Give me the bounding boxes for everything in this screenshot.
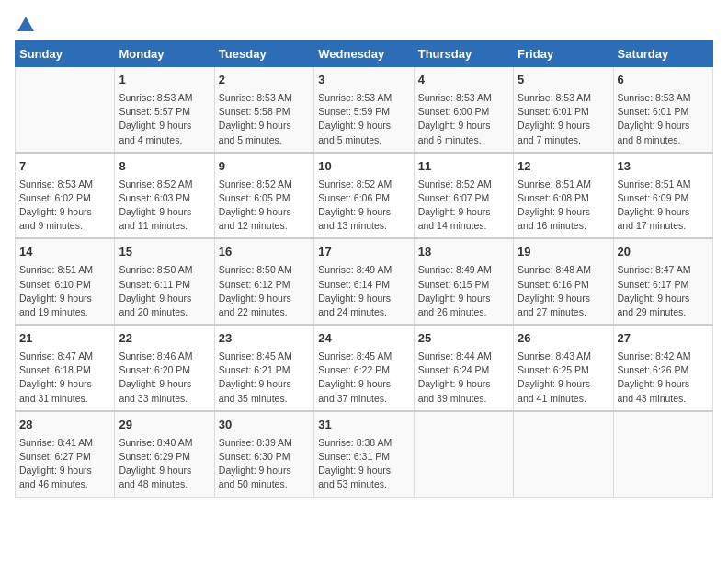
- day-info: Sunrise: 8:53 AMSunset: 6:01 PMDaylight:…: [518, 91, 609, 147]
- calendar-cell: 15Sunrise: 8:50 AMSunset: 6:11 PMDayligh…: [115, 238, 214, 325]
- column-header-friday: Friday: [514, 41, 613, 67]
- day-info: Sunrise: 8:45 AMSunset: 6:22 PMDaylight:…: [318, 350, 409, 406]
- day-number: 11: [418, 158, 509, 176]
- day-info: Sunrise: 8:46 AMSunset: 6:20 PMDaylight:…: [119, 350, 210, 406]
- day-info: Sunrise: 8:39 AMSunset: 6:30 PMDaylight:…: [219, 436, 310, 492]
- calendar-cell: 3Sunrise: 8:53 AMSunset: 5:59 PMDaylight…: [314, 67, 414, 153]
- day-info: Sunrise: 8:47 AMSunset: 6:17 PMDaylight:…: [618, 263, 709, 319]
- calendar-table: SundayMondayTuesdayWednesdayThursdayFrid…: [15, 40, 713, 498]
- day-number: 1: [119, 72, 210, 89]
- column-header-saturday: Saturday: [613, 41, 712, 67]
- day-number: 17: [318, 244, 409, 261]
- day-info: Sunrise: 8:53 AMSunset: 6:01 PMDaylight:…: [618, 91, 709, 147]
- day-number: 26: [518, 330, 609, 348]
- calendar-cell: 9Sunrise: 8:52 AMSunset: 6:05 PMDaylight…: [214, 153, 313, 239]
- day-number: 18: [418, 244, 509, 261]
- header: [15, 15, 713, 31]
- logo: [15, 15, 37, 31]
- day-info: Sunrise: 8:52 AMSunset: 6:05 PMDaylight:…: [219, 178, 310, 234]
- calendar-cell: [514, 411, 613, 497]
- day-info: Sunrise: 8:40 AMSunset: 6:29 PMDaylight:…: [119, 436, 210, 492]
- calendar-cell: 21Sunrise: 8:47 AMSunset: 6:18 PMDayligh…: [16, 325, 115, 411]
- svg-marker-0: [17, 17, 34, 31]
- calendar-cell: 28Sunrise: 8:41 AMSunset: 6:27 PMDayligh…: [16, 411, 115, 497]
- day-number: 2: [219, 72, 310, 89]
- day-number: 7: [19, 158, 110, 176]
- day-number: 10: [318, 158, 409, 176]
- week-row-4: 21Sunrise: 8:47 AMSunset: 6:18 PMDayligh…: [16, 325, 713, 411]
- calendar-cell: 24Sunrise: 8:45 AMSunset: 6:22 PMDayligh…: [314, 325, 414, 411]
- day-info: Sunrise: 8:49 AMSunset: 6:14 PMDaylight:…: [318, 263, 409, 319]
- day-info: Sunrise: 8:53 AMSunset: 5:59 PMDaylight:…: [318, 91, 409, 147]
- calendar-cell: 2Sunrise: 8:53 AMSunset: 5:58 PMDaylight…: [214, 67, 313, 153]
- day-number: 12: [518, 158, 609, 176]
- calendar-cell: 16Sunrise: 8:50 AMSunset: 6:12 PMDayligh…: [214, 238, 313, 325]
- day-number: 3: [318, 72, 409, 89]
- calendar-cell: 19Sunrise: 8:48 AMSunset: 6:16 PMDayligh…: [514, 238, 613, 325]
- calendar-cell: 26Sunrise: 8:43 AMSunset: 6:25 PMDayligh…: [514, 325, 613, 411]
- calendar-cell: 22Sunrise: 8:46 AMSunset: 6:20 PMDayligh…: [115, 325, 214, 411]
- day-info: Sunrise: 8:43 AMSunset: 6:25 PMDaylight:…: [518, 350, 609, 406]
- week-row-5: 28Sunrise: 8:41 AMSunset: 6:27 PMDayligh…: [16, 411, 713, 497]
- calendar-cell: 4Sunrise: 8:53 AMSunset: 6:00 PMDaylight…: [414, 67, 513, 153]
- week-row-2: 7Sunrise: 8:53 AMSunset: 6:02 PMDaylight…: [16, 153, 713, 239]
- day-info: Sunrise: 8:49 AMSunset: 6:15 PMDaylight:…: [418, 263, 509, 319]
- column-header-wednesday: Wednesday: [314, 41, 414, 67]
- calendar-cell: 23Sunrise: 8:45 AMSunset: 6:21 PMDayligh…: [214, 325, 313, 411]
- calendar-cell: 5Sunrise: 8:53 AMSunset: 6:01 PMDaylight…: [514, 67, 613, 153]
- day-number: 13: [618, 158, 709, 176]
- day-number: 4: [418, 72, 509, 89]
- calendar-cell: 27Sunrise: 8:42 AMSunset: 6:26 PMDayligh…: [613, 325, 712, 411]
- day-info: Sunrise: 8:52 AMSunset: 6:06 PMDaylight:…: [318, 178, 409, 234]
- calendar-cell: [414, 411, 513, 497]
- calendar-cell: 30Sunrise: 8:39 AMSunset: 6:30 PMDayligh…: [214, 411, 313, 497]
- calendar-cell: [613, 411, 712, 497]
- day-number: 23: [219, 330, 310, 348]
- day-info: Sunrise: 8:48 AMSunset: 6:16 PMDaylight:…: [518, 263, 609, 319]
- calendar-cell: 17Sunrise: 8:49 AMSunset: 6:14 PMDayligh…: [314, 238, 414, 325]
- day-number: 22: [119, 330, 210, 348]
- day-number: 30: [219, 417, 310, 434]
- day-number: 14: [19, 244, 110, 261]
- calendar-cell: 7Sunrise: 8:53 AMSunset: 6:02 PMDaylight…: [16, 153, 115, 239]
- calendar-cell: 1Sunrise: 8:53 AMSunset: 5:57 PMDaylight…: [115, 67, 214, 153]
- calendar-cell: [16, 67, 115, 153]
- day-number: 9: [219, 158, 310, 176]
- column-header-tuesday: Tuesday: [214, 41, 313, 67]
- week-row-3: 14Sunrise: 8:51 AMSunset: 6:10 PMDayligh…: [16, 238, 713, 325]
- calendar-cell: 10Sunrise: 8:52 AMSunset: 6:06 PMDayligh…: [314, 153, 414, 239]
- day-info: Sunrise: 8:53 AMSunset: 5:57 PMDaylight:…: [119, 91, 210, 147]
- calendar-cell: 13Sunrise: 8:51 AMSunset: 6:09 PMDayligh…: [613, 153, 712, 239]
- day-info: Sunrise: 8:53 AMSunset: 6:00 PMDaylight:…: [418, 91, 509, 147]
- calendar-cell: 11Sunrise: 8:52 AMSunset: 6:07 PMDayligh…: [414, 153, 513, 239]
- day-info: Sunrise: 8:41 AMSunset: 6:27 PMDaylight:…: [19, 436, 110, 492]
- calendar-cell: 8Sunrise: 8:52 AMSunset: 6:03 PMDaylight…: [115, 153, 214, 239]
- day-number: 27: [618, 330, 709, 348]
- day-info: Sunrise: 8:42 AMSunset: 6:26 PMDaylight:…: [618, 350, 709, 406]
- calendar-cell: 18Sunrise: 8:49 AMSunset: 6:15 PMDayligh…: [414, 238, 513, 325]
- calendar-cell: 20Sunrise: 8:47 AMSunset: 6:17 PMDayligh…: [613, 238, 712, 325]
- day-info: Sunrise: 8:52 AMSunset: 6:03 PMDaylight:…: [119, 178, 210, 234]
- day-info: Sunrise: 8:50 AMSunset: 6:12 PMDaylight:…: [219, 263, 310, 319]
- day-info: Sunrise: 8:44 AMSunset: 6:24 PMDaylight:…: [418, 350, 509, 406]
- day-info: Sunrise: 8:51 AMSunset: 6:09 PMDaylight:…: [618, 178, 709, 234]
- day-number: 24: [318, 330, 409, 348]
- calendar-cell: 12Sunrise: 8:51 AMSunset: 6:08 PMDayligh…: [514, 153, 613, 239]
- day-info: Sunrise: 8:45 AMSunset: 6:21 PMDaylight:…: [219, 350, 310, 406]
- day-number: 31: [318, 417, 409, 434]
- column-header-sunday: Sunday: [16, 41, 115, 67]
- calendar-cell: 6Sunrise: 8:53 AMSunset: 6:01 PMDaylight…: [613, 67, 712, 153]
- column-header-thursday: Thursday: [414, 41, 513, 67]
- day-number: 19: [518, 244, 609, 261]
- day-number: 6: [618, 72, 709, 89]
- day-number: 29: [119, 417, 210, 434]
- header-row: SundayMondayTuesdayWednesdayThursdayFrid…: [16, 41, 713, 67]
- logo-icon: [16, 15, 36, 35]
- calendar-cell: 29Sunrise: 8:40 AMSunset: 6:29 PMDayligh…: [115, 411, 214, 497]
- calendar-cell: 31Sunrise: 8:38 AMSunset: 6:31 PMDayligh…: [314, 411, 414, 497]
- day-info: Sunrise: 8:53 AMSunset: 5:58 PMDaylight:…: [219, 91, 310, 147]
- day-info: Sunrise: 8:51 AMSunset: 6:08 PMDaylight:…: [518, 178, 609, 234]
- day-info: Sunrise: 8:38 AMSunset: 6:31 PMDaylight:…: [318, 436, 409, 492]
- day-number: 28: [19, 417, 110, 434]
- day-number: 5: [518, 72, 609, 89]
